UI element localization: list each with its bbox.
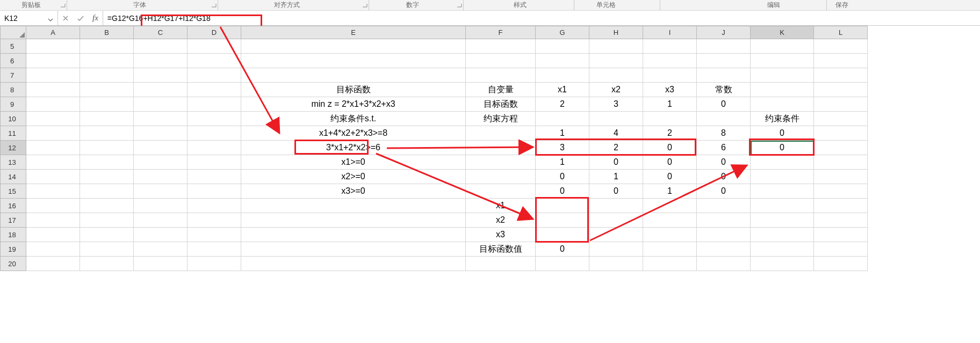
cell-D14[interactable]	[188, 170, 241, 184]
cell-L6[interactable]	[814, 54, 868, 68]
cell-A16[interactable]	[26, 199, 80, 213]
cell-G8[interactable]: x1	[536, 83, 589, 97]
cell-E16[interactable]	[241, 199, 466, 213]
col-header-H[interactable]: H	[589, 26, 643, 39]
cell-H5[interactable]	[589, 39, 643, 54]
cell-J10[interactable]	[697, 112, 751, 126]
cell-A9[interactable]	[26, 97, 80, 112]
row-header[interactable]: 20	[1, 257, 26, 271]
cell-L12[interactable]	[814, 141, 868, 155]
cell-J9[interactable]: 0	[697, 97, 751, 112]
cell-C12[interactable]	[134, 141, 188, 155]
cell-J11[interactable]: 8	[697, 126, 751, 141]
cell-F17[interactable]: x2	[466, 213, 536, 228]
cell-A15[interactable]	[26, 184, 80, 199]
cancel-icon[interactable]	[61, 14, 70, 23]
cell-F20[interactable]	[466, 257, 536, 271]
cell-C18[interactable]	[134, 228, 188, 242]
cell-K19[interactable]	[751, 242, 814, 257]
cell-I5[interactable]	[643, 39, 697, 54]
cell-I18[interactable]	[643, 228, 697, 242]
cell-K8[interactable]	[751, 83, 814, 97]
cell-L10[interactable]	[814, 112, 868, 126]
cell-F8[interactable]: 自变量	[466, 83, 536, 97]
cell-H12[interactable]: 2	[589, 141, 643, 155]
cell-F19[interactable]: 目标函数值	[466, 242, 536, 257]
col-header-J[interactable]: J	[697, 26, 751, 39]
cell-L18[interactable]	[814, 228, 868, 242]
cell-G11[interactable]: 1	[536, 126, 589, 141]
cell-G6[interactable]	[536, 54, 589, 68]
cell-J14[interactable]: 0	[697, 170, 751, 184]
cell-G20[interactable]	[536, 257, 589, 271]
cell-B18[interactable]	[80, 228, 134, 242]
cell-I11[interactable]: 2	[643, 126, 697, 141]
spreadsheet[interactable]: ABCDEFGHIJKL 5678目标函数自变量x1x2x3常数9min z =…	[0, 26, 980, 343]
col-header-E[interactable]: E	[241, 26, 466, 39]
cell-D11[interactable]	[188, 126, 241, 141]
cell-I12[interactable]: 0	[643, 141, 697, 155]
cell-C5[interactable]	[134, 39, 188, 54]
cell-H16[interactable]	[589, 199, 643, 213]
col-header-I[interactable]: I	[643, 26, 697, 39]
cell-C13[interactable]	[134, 155, 188, 170]
cell-D12[interactable]	[188, 141, 241, 155]
cell-I19[interactable]	[643, 242, 697, 257]
cell-F7[interactable]	[466, 68, 536, 83]
cell-C6[interactable]	[134, 54, 188, 68]
cell-G15[interactable]: 0	[536, 184, 589, 199]
row-header[interactable]: 16	[1, 199, 26, 213]
cell-G9[interactable]: 2	[536, 97, 589, 112]
cell-I10[interactable]	[643, 112, 697, 126]
cell-H9[interactable]: 3	[589, 97, 643, 112]
cell-B9[interactable]	[80, 97, 134, 112]
cell-K9[interactable]	[751, 97, 814, 112]
cell-C8[interactable]	[134, 83, 188, 97]
cell-D10[interactable]	[188, 112, 241, 126]
cell-A20[interactable]	[26, 257, 80, 271]
enter-icon[interactable]	[76, 14, 85, 23]
cell-E5[interactable]	[241, 39, 466, 54]
cell-D16[interactable]	[188, 199, 241, 213]
cell-K15[interactable]	[751, 184, 814, 199]
cell-G16[interactable]	[536, 199, 589, 213]
cell-E7[interactable]	[241, 68, 466, 83]
cell-K14[interactable]	[751, 170, 814, 184]
cell-L11[interactable]	[814, 126, 868, 141]
row-header[interactable]: 10	[1, 112, 26, 126]
cell-H15[interactable]: 0	[589, 184, 643, 199]
cell-L13[interactable]	[814, 155, 868, 170]
cell-C10[interactable]	[134, 112, 188, 126]
cell-C20[interactable]	[134, 257, 188, 271]
row-header[interactable]: 15	[1, 184, 26, 199]
cell-F18[interactable]: x3	[466, 228, 536, 242]
cell-B17[interactable]	[80, 213, 134, 228]
cell-D5[interactable]	[188, 39, 241, 54]
cell-H19[interactable]	[589, 242, 643, 257]
row-header[interactable]: 6	[1, 54, 26, 68]
cell-I17[interactable]	[643, 213, 697, 228]
cell-L16[interactable]	[814, 199, 868, 213]
cell-E17[interactable]	[241, 213, 466, 228]
cell-L14[interactable]	[814, 170, 868, 184]
cell-A7[interactable]	[26, 68, 80, 83]
row-header[interactable]: 13	[1, 155, 26, 170]
cell-B16[interactable]	[80, 199, 134, 213]
cell-D13[interactable]	[188, 155, 241, 170]
cell-K7[interactable]	[751, 68, 814, 83]
cell-H11[interactable]: 4	[589, 126, 643, 141]
cell-D9[interactable]	[188, 97, 241, 112]
cell-L15[interactable]	[814, 184, 868, 199]
cell-F16[interactable]: x1	[466, 199, 536, 213]
cell-G18[interactable]	[536, 228, 589, 242]
cell-I16[interactable]	[643, 199, 697, 213]
row-header[interactable]: 18	[1, 228, 26, 242]
row-header[interactable]: 5	[1, 39, 26, 54]
cell-A8[interactable]	[26, 83, 80, 97]
cell-L17[interactable]	[814, 213, 868, 228]
cell-F12[interactable]	[466, 141, 536, 155]
select-all-corner[interactable]	[1, 26, 26, 39]
row-header[interactable]: 12	[1, 141, 26, 155]
cell-C7[interactable]	[134, 68, 188, 83]
cell-J16[interactable]	[697, 199, 751, 213]
